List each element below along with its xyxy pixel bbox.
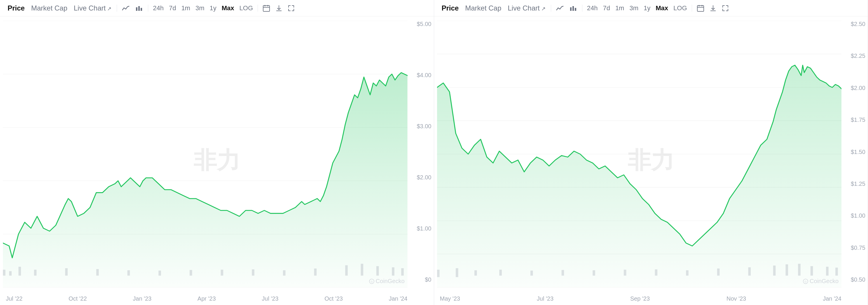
- separator-4: [551, 5, 551, 12]
- chart-svg-container-1: [3, 21, 408, 287]
- timeframe-1y-1[interactable]: 1y: [208, 3, 218, 13]
- svg-rect-53: [474, 270, 477, 276]
- svg-rect-55: [530, 271, 533, 276]
- x-axis-2: May '23 Jul '23 Sep '23 Nov '23 Jan '24: [440, 295, 842, 302]
- timeframe-3m-1[interactable]: 3m: [194, 3, 206, 13]
- download-icon-1[interactable]: [274, 3, 284, 13]
- y-label-1-4: $4.00: [410, 72, 432, 79]
- timeframe-24h-1[interactable]: 24h: [151, 3, 165, 13]
- tab-livechart-1[interactable]: Live Chart: [71, 3, 114, 13]
- svg-rect-36: [575, 8, 576, 11]
- svg-rect-25: [283, 270, 286, 276]
- timeframe-1m-1[interactable]: 1m: [180, 3, 192, 13]
- svg-rect-23: [221, 270, 223, 276]
- svg-rect-17: [34, 270, 37, 276]
- svg-rect-2: [141, 8, 142, 11]
- svg-rect-35: [572, 6, 574, 11]
- svg-rect-30: [392, 267, 395, 276]
- svg-rect-22: [190, 270, 192, 276]
- chart-area-1: $5.00 $4.00 $3.00 $2.00 $1.00 $0: [0, 16, 434, 305]
- svg-rect-66: [810, 266, 813, 276]
- y-label-1-3: $3.00: [410, 123, 432, 130]
- tab-price-2[interactable]: Price: [439, 3, 461, 13]
- watermark-2: G CoinGecko: [803, 278, 839, 284]
- timeframe-1m-2[interactable]: 1m: [614, 3, 626, 13]
- timeframe-max-2[interactable]: Max: [654, 3, 670, 13]
- timeframe-24h-2[interactable]: 24h: [585, 3, 599, 13]
- svg-rect-52: [456, 268, 458, 277]
- svg-rect-61: [717, 269, 719, 276]
- x-label-jul23: Jul '23: [262, 295, 278, 302]
- toolbar-1: Price Market Cap Live Chart 24h 7d 1m 3m…: [0, 0, 434, 16]
- toggle-log-1[interactable]: LOG: [238, 3, 255, 13]
- timeframe-7d-2[interactable]: 7d: [601, 3, 612, 13]
- chart-svg-1: [3, 21, 408, 287]
- svg-rect-57: [593, 270, 595, 276]
- svg-rect-27: [345, 265, 348, 276]
- y-label-1-2: $2.00: [410, 174, 432, 181]
- x-label-may23: May '23: [440, 295, 460, 302]
- timeframe-7d-1[interactable]: 7d: [167, 3, 178, 13]
- timeframe-max-1[interactable]: Max: [220, 3, 236, 13]
- svg-rect-60: [686, 270, 688, 276]
- chart-svg-2: [437, 21, 842, 287]
- timeframe-1y-2[interactable]: 1y: [642, 3, 652, 13]
- svg-rect-59: [655, 269, 657, 276]
- expand-icon-2[interactable]: [720, 3, 731, 13]
- bar-chart-icon-2[interactable]: [567, 4, 579, 12]
- x-label-oct23: Oct '23: [324, 295, 343, 302]
- calendar-icon-1[interactable]: [261, 3, 272, 13]
- y-label-2-150: $1.50: [844, 149, 865, 156]
- tab-marketcap-2[interactable]: Market Cap: [463, 3, 504, 13]
- y-label-2-050: $0.50: [844, 276, 865, 283]
- download-icon-2[interactable]: [708, 3, 718, 13]
- y-label-1-1: $1.00: [410, 225, 432, 232]
- line-chart-icon-1[interactable]: [120, 4, 132, 12]
- x-label-jan23: Jan '23: [133, 295, 151, 302]
- separator-6: [692, 5, 692, 12]
- bar-chart-icon-1[interactable]: [133, 4, 145, 12]
- svg-rect-62: [748, 267, 751, 276]
- x-label-apr23: Apr '23: [197, 295, 216, 302]
- x-label-oct22: Oct '22: [68, 295, 87, 302]
- calendar-icon-2[interactable]: [695, 3, 706, 13]
- svg-rect-26: [314, 269, 317, 276]
- tab-price-1[interactable]: Price: [5, 3, 27, 13]
- timeframe-3m-2[interactable]: 3m: [628, 3, 640, 13]
- tab-livechart-2[interactable]: Live Chart: [505, 3, 548, 13]
- toggle-log-2[interactable]: LOG: [672, 3, 688, 13]
- svg-rect-51: [437, 270, 440, 277]
- separator-1: [117, 5, 117, 12]
- svg-rect-67: [826, 267, 829, 276]
- svg-rect-65: [798, 264, 801, 276]
- y-label-1-5: $5.00: [410, 21, 432, 27]
- svg-text:G: G: [805, 280, 807, 283]
- svg-rect-54: [499, 270, 502, 276]
- svg-rect-58: [623, 270, 626, 276]
- x-label-jul23-2: Jul '23: [537, 295, 554, 302]
- chart-panel-1: Price Market Cap Live Chart 24h 7d 1m 3m…: [0, 0, 434, 305]
- y-label-2-125: $1.25: [844, 181, 865, 187]
- chart-svg-container-2: [437, 21, 842, 287]
- svg-rect-29: [376, 266, 379, 276]
- svg-rect-34: [570, 7, 571, 11]
- toolbar-2: Price Market Cap Live Chart 24h 7d 1m 3m…: [434, 0, 868, 16]
- x-label-sep23: Sep '23: [630, 295, 650, 302]
- svg-rect-1: [138, 6, 140, 11]
- tab-marketcap-1[interactable]: Market Cap: [29, 3, 70, 13]
- svg-rect-37: [697, 5, 704, 11]
- y-axis-1: $5.00 $4.00 $3.00 $2.00 $1.00 $0: [408, 16, 434, 287]
- svg-rect-24: [252, 269, 254, 276]
- svg-rect-68: [835, 268, 838, 276]
- svg-rect-28: [361, 264, 364, 276]
- svg-rect-63: [773, 266, 776, 276]
- expand-icon-1[interactable]: [286, 3, 297, 13]
- y-label-2-100: $1.00: [844, 213, 865, 219]
- watermark-1: G CoinGecko: [369, 278, 405, 284]
- separator-2: [148, 5, 148, 12]
- x-label-jan24-2: Jan '24: [823, 295, 841, 302]
- y-label-2-075: $0.75: [844, 245, 865, 251]
- y-label-2-200: $2.00: [844, 85, 865, 91]
- svg-rect-16: [19, 267, 21, 276]
- line-chart-icon-2[interactable]: [554, 4, 566, 12]
